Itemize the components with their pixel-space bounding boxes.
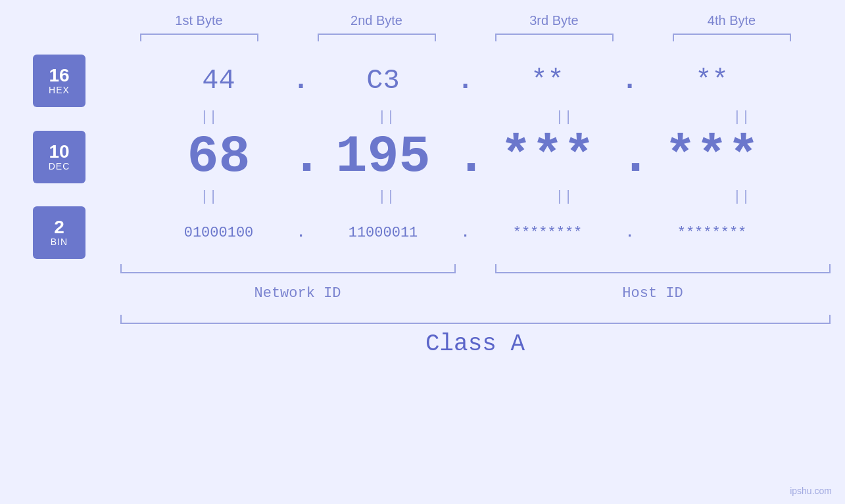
- dec-byte-4: ***: [640, 127, 785, 187]
- bin-dot-3: .: [620, 225, 640, 241]
- bin-base-label: BIN: [51, 237, 68, 247]
- network-bracket: [120, 264, 456, 273]
- bottom-brackets-container: [120, 264, 831, 273]
- byte-header-2: 2nd Byte: [304, 13, 449, 28]
- host-bracket: [495, 264, 831, 273]
- dec-base-num: 10: [49, 143, 69, 161]
- hex-base-label: HEX: [49, 85, 70, 95]
- bracket-1: [140, 34, 258, 41]
- byte-headers: 1st Byte 2nd Byte 3rd Byte 4th Byte: [110, 13, 821, 28]
- eq-5: ||: [137, 189, 281, 205]
- hex-values: 44 . C3 . ** . **: [85, 65, 845, 97]
- bracket-2: [318, 34, 436, 41]
- hex-base-num: 16: [49, 66, 69, 85]
- dec-dot-1: .: [291, 127, 311, 187]
- bin-byte-4: ********: [640, 225, 785, 241]
- hex-row: 16 HEX 44 . C3 . ** . **: [0, 55, 845, 107]
- bottom-section: Network ID Host ID: [120, 264, 831, 302]
- bin-dot-2: .: [456, 225, 475, 241]
- hex-dot-3: .: [620, 65, 640, 97]
- dec-row: 10 DEC 68 . 195 . *** . ***: [0, 127, 845, 187]
- bin-base-num: 2: [54, 218, 64, 237]
- equals-row-2: || || || ||: [120, 187, 831, 206]
- byte-header-4: 4th Byte: [660, 13, 804, 28]
- eq-8: ||: [669, 189, 814, 205]
- hex-byte-4: **: [640, 65, 785, 97]
- hex-byte-3: **: [475, 65, 620, 97]
- bracket-4: [673, 34, 791, 41]
- bin-byte-3: ********: [475, 225, 620, 241]
- dec-byte-2: 195: [311, 127, 456, 187]
- eq-2: ||: [314, 109, 459, 126]
- bin-row: 2 BIN 01000100 . 11000011 . ******** . *…: [0, 206, 845, 259]
- bracket-3: [495, 34, 614, 41]
- network-id-label: Network ID: [133, 285, 462, 302]
- top-brackets: [110, 34, 821, 41]
- dec-byte-1: 68: [147, 127, 291, 187]
- dec-dot-3: .: [620, 127, 640, 187]
- eq-1: ||: [137, 109, 281, 126]
- class-bracket: [120, 315, 831, 324]
- byte-header-1: 1st Byte: [127, 13, 272, 28]
- hex-byte-2: C3: [311, 65, 456, 97]
- class-label: Class A: [120, 331, 831, 357]
- dec-base-label: DEC: [49, 161, 70, 172]
- hex-dot-1: .: [291, 65, 311, 97]
- host-id-label: Host ID: [489, 285, 817, 302]
- dec-dot-2: .: [456, 127, 475, 187]
- byte-header-3: 3rd Byte: [482, 13, 627, 28]
- equals-row-1: || || || ||: [120, 107, 831, 127]
- eq-7: ||: [492, 189, 637, 205]
- hex-byte-1: 44: [147, 65, 291, 97]
- bin-byte-1: 01000100: [147, 225, 291, 241]
- eq-3: ||: [492, 109, 637, 126]
- id-labels-row: Network ID Host ID: [120, 285, 831, 302]
- class-section: Class A: [120, 315, 831, 357]
- hex-dot-2: .: [456, 65, 475, 97]
- bin-byte-2: 11000011: [311, 225, 456, 241]
- dec-badge: 10 DEC: [33, 131, 85, 183]
- bin-dot-1: .: [291, 225, 311, 241]
- bin-values: 01000100 . 11000011 . ******** . *******…: [85, 225, 845, 241]
- eq-4: ||: [669, 109, 814, 126]
- dec-byte-3: ***: [475, 127, 620, 187]
- main-container: 1st Byte 2nd Byte 3rd Byte 4th Byte 16 H…: [0, 0, 845, 504]
- dec-values: 68 . 195 . *** . ***: [85, 127, 845, 187]
- hex-badge: 16 HEX: [33, 55, 85, 107]
- eq-6: ||: [314, 189, 459, 205]
- watermark: ipshu.com: [790, 486, 832, 496]
- bin-badge: 2 BIN: [33, 206, 85, 259]
